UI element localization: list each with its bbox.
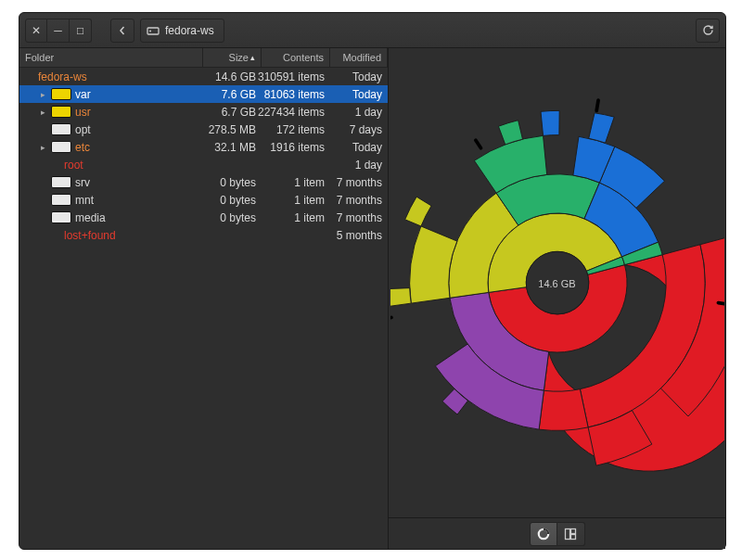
cell-folder: opt (25, 123, 198, 136)
cell-contents: 227434 items (256, 106, 325, 119)
tree-row[interactable]: opt278.5 MB172 items7 days (19, 121, 388, 138)
expander-icon (51, 160, 60, 170)
svg-line-6 (390, 318, 391, 320)
folder-name: usr (75, 106, 91, 119)
folder-name: var (75, 88, 91, 101)
folder-tree: Folder Size ▴ Contents Modified fedora-w… (19, 48, 389, 549)
cell-modified: 1 day (325, 106, 382, 119)
cell-folder: lost+found (25, 229, 198, 242)
expander-icon (38, 125, 47, 134)
color-swatch (51, 211, 71, 223)
back-button[interactable] (110, 19, 134, 43)
color-swatch (51, 141, 71, 153)
folder-name: etc (75, 141, 90, 154)
cell-modified: Today (325, 141, 382, 154)
color-swatch (51, 106, 71, 118)
treemap-view-button[interactable] (557, 522, 585, 546)
cell-contents: 81063 items (256, 88, 325, 101)
cell-size: 6.7 GB (198, 106, 256, 119)
cell-size: 0 bytes (198, 176, 256, 189)
tree-row[interactable]: fedora-ws14.6 GB310591 itemsToday (19, 68, 388, 85)
folder-name: mnt (75, 194, 94, 207)
cell-modified: 7 months (325, 176, 382, 189)
column-size[interactable]: Size ▴ (203, 48, 262, 67)
refresh-icon (702, 24, 714, 36)
tree-row[interactable]: ▸usr6.7 GB227434 items1 day (19, 103, 388, 121)
location-bar[interactable]: fedora-ws (140, 19, 224, 43)
expander-icon[interactable]: ▸ (38, 108, 47, 117)
cell-folder: root (25, 159, 198, 172)
tree-row[interactable]: srv0 bytes1 item7 months (19, 173, 388, 191)
cell-size: 7.6 GB (198, 88, 256, 101)
svg-line-4 (596, 100, 598, 110)
tree-row[interactable]: media0 bytes1 item7 months (19, 209, 388, 226)
sunburst-chart[interactable]: 14.6 GB (389, 48, 725, 517)
cell-folder: ▸etc (25, 141, 198, 154)
maximize-button[interactable]: □ (70, 19, 92, 43)
tree-row[interactable]: ▸etc32.1 MB1916 itemsToday (19, 138, 388, 156)
chart-pane: 14.6 GB (389, 48, 725, 549)
svg-point-1 (149, 30, 151, 32)
column-modified[interactable]: Modified (330, 48, 388, 67)
color-swatch (51, 176, 71, 188)
refresh-button[interactable] (696, 19, 720, 43)
expander-icon (38, 213, 47, 223)
svg-rect-10 (571, 528, 576, 533)
cell-size: 14.6 GB (198, 70, 256, 83)
drive-icon (147, 24, 160, 37)
cell-folder: mnt (25, 194, 198, 207)
svg-rect-11 (571, 534, 576, 539)
cell-modified: 5 months (325, 229, 382, 242)
cell-modified: 7 months (325, 194, 382, 207)
ringchart-view-button[interactable] (530, 522, 557, 546)
folder-name: root (64, 159, 83, 172)
app-window: ✕ ─ □ fedora-ws Folder Size ▴ Contents (19, 12, 726, 550)
cell-contents: 310591 items (256, 70, 325, 83)
tree-row[interactable]: root1 day (19, 156, 388, 173)
ringchart-icon (537, 528, 550, 541)
cell-contents: 1 item (256, 194, 325, 207)
folder-name: media (75, 211, 106, 224)
close-button[interactable]: ✕ (25, 19, 47, 43)
tree-rows: fedora-ws14.6 GB310591 itemsToday▸var7.6… (19, 68, 388, 549)
content-area: Folder Size ▴ Contents Modified fedora-w… (19, 48, 725, 549)
folder-name: opt (75, 123, 91, 136)
color-swatch (51, 88, 71, 100)
treemap-icon (564, 528, 577, 541)
tree-row[interactable]: mnt0 bytes1 item7 months (19, 191, 388, 209)
expander-icon (51, 231, 60, 240)
cell-folder: fedora-ws (25, 70, 198, 83)
cell-size: 32.1 MB (198, 141, 256, 154)
cell-size: 278.5 MB (198, 123, 256, 136)
cell-modified: 7 months (325, 211, 382, 224)
tree-row[interactable]: ▸var7.6 GB81063 itemsToday (19, 85, 388, 103)
cell-contents: 1916 items (256, 141, 325, 154)
color-swatch (51, 194, 71, 206)
cell-modified: Today (325, 70, 382, 83)
svg-line-5 (475, 140, 480, 147)
column-contents[interactable]: Contents (262, 48, 330, 67)
expander-icon (25, 72, 34, 82)
expander-icon (38, 178, 47, 187)
cell-size: 0 bytes (198, 211, 256, 224)
cell-folder: ▸usr (25, 106, 198, 119)
sort-asc-icon: ▴ (250, 53, 255, 62)
titlebar: ✕ ─ □ fedora-ws (19, 13, 725, 48)
expander-icon[interactable]: ▸ (38, 90, 47, 99)
tree-header: Folder Size ▴ Contents Modified (19, 48, 388, 68)
folder-name: lost+found (64, 229, 116, 242)
expander-icon[interactable]: ▸ (38, 143, 47, 152)
tree-row[interactable]: lost+found5 months (19, 226, 388, 244)
folder-name: srv (75, 176, 90, 189)
cell-modified: 1 day (325, 159, 382, 172)
column-folder[interactable]: Folder (19, 48, 203, 67)
cell-folder: ▸var (25, 88, 198, 101)
minimize-button[interactable]: ─ (47, 19, 70, 43)
svg-rect-9 (566, 528, 570, 539)
folder-name: fedora-ws (38, 70, 87, 83)
location-label: fedora-ws (165, 24, 214, 37)
cell-folder: media (25, 211, 198, 224)
svg-line-3 (718, 303, 724, 305)
cell-folder: srv (25, 176, 198, 189)
color-swatch (51, 123, 71, 135)
